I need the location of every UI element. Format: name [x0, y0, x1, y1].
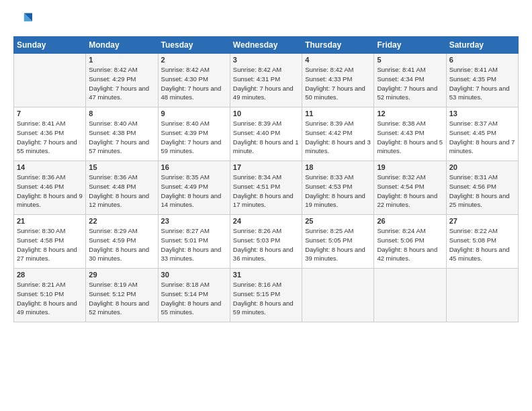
day-number: 18	[305, 163, 371, 171]
calendar-cell: 4Sunrise: 8:42 AMSunset: 4:33 PMDaylight…	[302, 54, 374, 107]
day-number: 29	[89, 271, 154, 279]
day-number: 28	[17, 271, 83, 279]
day-info: Sunrise: 8:36 AMSunset: 4:48 PMDaylight:…	[89, 173, 154, 210]
day-info: Sunrise: 8:41 AMSunset: 4:35 PMDaylight:…	[449, 65, 515, 102]
day-info: Sunrise: 8:34 AMSunset: 4:51 PMDaylight:…	[233, 173, 299, 210]
calendar-cell: 1Sunrise: 8:42 AMSunset: 4:29 PMDaylight…	[86, 54, 158, 107]
day-info: Sunrise: 8:41 AMSunset: 4:34 PMDaylight:…	[377, 65, 443, 102]
calendar-cell: 6Sunrise: 8:41 AMSunset: 4:35 PMDaylight…	[446, 54, 518, 107]
day-info: Sunrise: 8:42 AMSunset: 4:31 PMDaylight:…	[233, 65, 299, 102]
calendar-cell: 28Sunrise: 8:21 AMSunset: 5:10 PMDayligh…	[14, 269, 86, 322]
day-number: 8	[89, 109, 154, 118]
calendar-week: 7Sunrise: 8:41 AMSunset: 4:36 PMDaylight…	[14, 107, 519, 161]
day-info: Sunrise: 8:32 AMSunset: 4:54 PMDaylight:…	[377, 173, 443, 210]
calendar-cell: 2Sunrise: 8:42 AMSunset: 4:30 PMDaylight…	[158, 54, 230, 107]
day-number: 5	[377, 56, 443, 64]
weekday-header: Saturday	[446, 37, 518, 54]
day-number: 26	[377, 217, 443, 225]
calendar-cell: 17Sunrise: 8:34 AMSunset: 4:51 PMDayligh…	[230, 161, 302, 215]
calendar-cell	[446, 269, 518, 322]
calendar-cell: 11Sunrise: 8:39 AMSunset: 4:42 PMDayligh…	[302, 107, 374, 161]
day-info: Sunrise: 8:21 AMSunset: 5:10 PMDaylight:…	[17, 280, 83, 317]
day-number: 13	[449, 109, 515, 118]
day-info: Sunrise: 8:24 AMSunset: 5:06 PMDaylight:…	[377, 226, 443, 263]
weekday-header: Monday	[86, 37, 158, 54]
page-container: SundayMondayTuesdayWednesdayThursdayFrid…	[0, 0, 532, 329]
day-number: 6	[449, 56, 515, 64]
calendar-cell: 14Sunrise: 8:36 AMSunset: 4:46 PMDayligh…	[14, 161, 86, 215]
weekday-header: Wednesday	[230, 37, 302, 54]
day-number: 2	[161, 56, 227, 64]
day-info: Sunrise: 8:22 AMSunset: 5:08 PMDaylight:…	[449, 226, 515, 263]
calendar-cell: 12Sunrise: 8:38 AMSunset: 4:43 PMDayligh…	[374, 107, 446, 161]
calendar-cell: 21Sunrise: 8:30 AMSunset: 4:58 PMDayligh…	[14, 215, 86, 269]
calendar-cell: 23Sunrise: 8:27 AMSunset: 5:01 PMDayligh…	[158, 215, 230, 269]
day-number: 27	[449, 217, 515, 225]
calendar-cell	[302, 269, 374, 322]
calendar-cell: 26Sunrise: 8:24 AMSunset: 5:06 PMDayligh…	[374, 215, 446, 269]
calendar-week: 14Sunrise: 8:36 AMSunset: 4:46 PMDayligh…	[14, 161, 519, 215]
weekday-header: Thursday	[302, 37, 374, 54]
calendar-cell: 9Sunrise: 8:40 AMSunset: 4:39 PMDaylight…	[158, 107, 230, 161]
calendar-cell: 7Sunrise: 8:41 AMSunset: 4:36 PMDaylight…	[14, 107, 86, 161]
day-info: Sunrise: 8:35 AMSunset: 4:49 PMDaylight:…	[161, 173, 227, 210]
day-number: 10	[233, 109, 299, 118]
calendar-cell: 29Sunrise: 8:19 AMSunset: 5:12 PMDayligh…	[86, 269, 158, 322]
calendar-cell: 22Sunrise: 8:29 AMSunset: 4:59 PMDayligh…	[86, 215, 158, 269]
day-info: Sunrise: 8:29 AMSunset: 4:59 PMDaylight:…	[89, 226, 154, 263]
logo-icon	[13, 11, 32, 30]
day-number: 15	[89, 163, 154, 171]
calendar-cell: 5Sunrise: 8:41 AMSunset: 4:34 PMDaylight…	[374, 54, 446, 107]
calendar-cell: 8Sunrise: 8:40 AMSunset: 4:38 PMDaylight…	[86, 107, 158, 161]
day-info: Sunrise: 8:30 AMSunset: 4:58 PMDaylight:…	[17, 226, 83, 263]
logo	[13, 11, 34, 30]
day-number: 16	[161, 163, 227, 171]
calendar-cell: 24Sunrise: 8:26 AMSunset: 5:03 PMDayligh…	[230, 215, 302, 269]
calendar-body: 1Sunrise: 8:42 AMSunset: 4:29 PMDaylight…	[14, 54, 519, 322]
day-info: Sunrise: 8:40 AMSunset: 4:38 PMDaylight:…	[89, 119, 154, 156]
day-number: 3	[233, 56, 299, 64]
day-number: 1	[89, 56, 154, 64]
day-info: Sunrise: 8:42 AMSunset: 4:30 PMDaylight:…	[161, 65, 227, 102]
day-number: 24	[233, 217, 299, 225]
day-info: Sunrise: 8:36 AMSunset: 4:46 PMDaylight:…	[17, 173, 83, 210]
day-info: Sunrise: 8:39 AMSunset: 4:40 PMDaylight:…	[233, 119, 299, 156]
calendar-cell	[374, 269, 446, 322]
day-info: Sunrise: 8:18 AMSunset: 5:14 PMDaylight:…	[161, 280, 227, 317]
day-info: Sunrise: 8:25 AMSunset: 5:05 PMDaylight:…	[305, 226, 371, 263]
weekday-header: Friday	[374, 37, 446, 54]
day-number: 22	[89, 217, 154, 225]
calendar-cell: 31Sunrise: 8:16 AMSunset: 5:15 PMDayligh…	[230, 269, 302, 322]
day-info: Sunrise: 8:41 AMSunset: 4:36 PMDaylight:…	[17, 119, 83, 156]
day-number: 7	[17, 109, 83, 118]
day-info: Sunrise: 8:38 AMSunset: 4:43 PMDaylight:…	[377, 119, 443, 156]
day-info: Sunrise: 8:19 AMSunset: 5:12 PMDaylight:…	[89, 280, 154, 317]
weekday-header: Sunday	[14, 37, 86, 54]
calendar-week: 1Sunrise: 8:42 AMSunset: 4:29 PMDaylight…	[14, 54, 519, 107]
day-info: Sunrise: 8:31 AMSunset: 4:56 PMDaylight:…	[449, 173, 515, 210]
day-number: 25	[305, 217, 371, 225]
calendar-cell: 13Sunrise: 8:37 AMSunset: 4:45 PMDayligh…	[446, 107, 518, 161]
calendar-cell: 18Sunrise: 8:33 AMSunset: 4:53 PMDayligh…	[302, 161, 374, 215]
day-number: 20	[449, 163, 515, 171]
day-number: 14	[17, 163, 83, 171]
calendar-cell: 10Sunrise: 8:39 AMSunset: 4:40 PMDayligh…	[230, 107, 302, 161]
day-info: Sunrise: 8:27 AMSunset: 5:01 PMDaylight:…	[161, 226, 227, 263]
header	[13, 11, 519, 30]
calendar-cell	[14, 54, 86, 107]
day-number: 30	[161, 271, 227, 279]
day-number: 17	[233, 163, 299, 171]
day-info: Sunrise: 8:26 AMSunset: 5:03 PMDaylight:…	[233, 226, 299, 263]
calendar-cell: 15Sunrise: 8:36 AMSunset: 4:48 PMDayligh…	[86, 161, 158, 215]
calendar-table: SundayMondayTuesdayWednesdayThursdayFrid…	[13, 36, 519, 322]
calendar-cell: 3Sunrise: 8:42 AMSunset: 4:31 PMDaylight…	[230, 54, 302, 107]
calendar-week: 28Sunrise: 8:21 AMSunset: 5:10 PMDayligh…	[14, 269, 519, 322]
day-info: Sunrise: 8:33 AMSunset: 4:53 PMDaylight:…	[305, 173, 371, 210]
calendar-cell: 19Sunrise: 8:32 AMSunset: 4:54 PMDayligh…	[374, 161, 446, 215]
day-info: Sunrise: 8:42 AMSunset: 4:29 PMDaylight:…	[89, 65, 154, 102]
day-info: Sunrise: 8:37 AMSunset: 4:45 PMDaylight:…	[449, 119, 515, 156]
day-info: Sunrise: 8:42 AMSunset: 4:33 PMDaylight:…	[305, 65, 371, 102]
day-number: 9	[161, 109, 227, 118]
day-number: 19	[377, 163, 443, 171]
calendar-cell: 25Sunrise: 8:25 AMSunset: 5:05 PMDayligh…	[302, 215, 374, 269]
